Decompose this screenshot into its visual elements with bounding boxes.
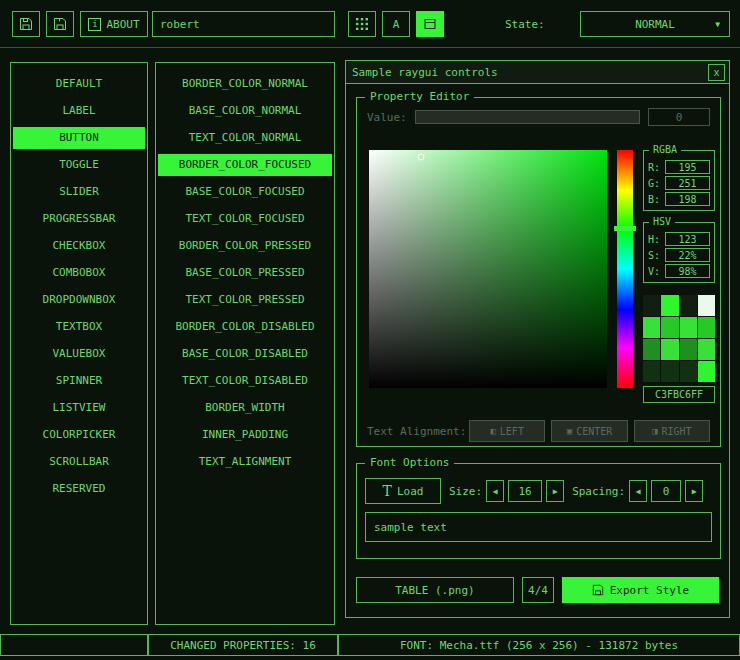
color-swatch-grid — [643, 295, 715, 382]
toolbar: i ABOUT A State: NORMAL ▼ — [0, 0, 740, 48]
size-value-box[interactable]: 16 — [508, 480, 542, 502]
spacing-value-box[interactable]: 0 — [651, 480, 681, 502]
size-decrement-button[interactable]: ◀ — [486, 480, 504, 502]
size-increment-button[interactable]: ▶ — [546, 480, 564, 502]
save-file-button[interactable] — [46, 11, 74, 37]
state-dropdown[interactable]: NORMAL ▼ — [580, 11, 730, 37]
value-box[interactable]: 0 — [648, 108, 710, 126]
style-name-input[interactable] — [152, 11, 335, 37]
controls-list-item[interactable]: TOGGLE — [13, 154, 145, 176]
properties-list-item[interactable]: BASE_COLOR_DISABLED — [158, 343, 332, 365]
value-slider[interactable] — [415, 110, 640, 124]
controls-list-item[interactable]: PROGRESSBAR — [13, 208, 145, 230]
controls-list-item[interactable]: COMBOBOX — [13, 262, 145, 284]
controls-list-item[interactable]: CHECKBOX — [13, 235, 145, 257]
controls-list-item[interactable]: VALUEBOX — [13, 343, 145, 365]
properties-list-item[interactable]: TEXT_COLOR_PRESSED — [158, 289, 332, 311]
properties-list-item[interactable]: BORDER_COLOR_NORMAL — [158, 73, 332, 95]
r-value-box[interactable]: 195 — [665, 160, 710, 174]
align-left-button[interactable]: ◧ LEFT — [469, 420, 545, 442]
properties-list-item[interactable]: BORDER_COLOR_FOCUSED — [158, 154, 332, 176]
controls-list-item[interactable]: BUTTON — [13, 127, 145, 149]
properties-list-item[interactable]: INNER_PADDING — [158, 424, 332, 446]
color-swatch[interactable] — [661, 295, 678, 316]
controls-list-item[interactable]: DEFAULT — [13, 73, 145, 95]
properties-list-item[interactable]: BASE_COLOR_NORMAL — [158, 100, 332, 122]
color-saturation-value-picker[interactable] — [369, 150, 607, 388]
statusbar-left — [0, 634, 148, 656]
hue-slider-handle[interactable] — [614, 226, 636, 231]
controls-list-item[interactable]: RESERVED — [13, 478, 145, 500]
properties-list-item[interactable]: BORDER_COLOR_DISABLED — [158, 316, 332, 338]
properties-list-item[interactable]: TEXT_COLOR_DISABLED — [158, 370, 332, 392]
hsv-group: HSV H:123 S:22% V:98% — [643, 222, 715, 283]
properties-list-item[interactable]: BORDER_WIDTH — [158, 397, 332, 419]
property-editor-title: Property Editor — [365, 90, 474, 103]
color-swatch[interactable] — [698, 295, 715, 316]
export-format-button[interactable]: TABLE (.png) — [356, 577, 514, 603]
spacing-increment-button[interactable]: ▶ — [685, 480, 703, 502]
controls-list-item[interactable]: SCROLLBAR — [13, 451, 145, 473]
style-grid-button[interactable] — [348, 11, 376, 37]
hex-color-box[interactable]: C3FBC6FF — [643, 386, 715, 403]
hue-slider[interactable] — [617, 150, 633, 388]
color-picker-cursor[interactable] — [418, 154, 425, 161]
align-right-button[interactable]: ◨ RIGHT — [634, 420, 710, 442]
export-row: TABLE (.png) 4/4 Export Style — [356, 577, 719, 603]
export-page-indicator[interactable]: 4/4 — [522, 577, 554, 603]
controls-list-item[interactable]: COLORPICKER — [13, 424, 145, 446]
align-center-icon: ▣ — [567, 426, 572, 436]
statusbar-changed-properties: CHANGED PROPERTIES: 16 — [148, 634, 338, 656]
color-swatch[interactable] — [698, 339, 715, 360]
spacing-decrement-button[interactable]: ◀ — [629, 480, 647, 502]
controls-list-item[interactable]: LISTVIEW — [13, 397, 145, 419]
align-center-button[interactable]: ▣ CENTER — [551, 420, 627, 442]
color-swatch[interactable] — [661, 339, 678, 360]
style-table-view-button[interactable] — [416, 11, 444, 37]
color-swatch[interactable] — [698, 317, 715, 338]
sample-window-titlebar[interactable]: Sample raygui controls x — [346, 61, 729, 84]
properties-list: BORDER_COLOR_NORMALBASE_COLOR_NORMALTEXT… — [155, 62, 335, 625]
color-swatch[interactable] — [698, 361, 715, 382]
color-swatch[interactable] — [643, 317, 660, 338]
color-swatch[interactable] — [680, 295, 697, 316]
about-button[interactable]: i ABOUT — [80, 11, 148, 37]
properties-list-item[interactable]: TEXT_ALIGNMENT — [158, 451, 332, 473]
font-atlas-button[interactable]: A — [382, 11, 410, 37]
properties-list-item[interactable]: TEXT_COLOR_FOCUSED — [158, 208, 332, 230]
color-swatch[interactable] — [680, 339, 697, 360]
sample-text-input[interactable]: sample text — [365, 512, 712, 542]
v-value-box[interactable]: 98% — [665, 264, 710, 278]
text-alignment-label: Text Alignment: — [367, 425, 463, 438]
color-swatch[interactable] — [661, 317, 678, 338]
s-value-box[interactable]: 22% — [665, 248, 710, 262]
controls-list-item[interactable]: TEXTBOX — [13, 316, 145, 338]
properties-list-item[interactable]: BASE_COLOR_PRESSED — [158, 262, 332, 284]
g-value-box[interactable]: 251 — [665, 176, 710, 190]
properties-list-item[interactable]: BORDER_COLOR_PRESSED — [158, 235, 332, 257]
floppy-save-icon — [53, 17, 67, 31]
properties-list-item[interactable]: TEXT_COLOR_NORMAL — [158, 127, 332, 149]
h-value-box[interactable]: 123 — [665, 232, 710, 246]
load-font-label: Load — [397, 485, 424, 498]
export-style-button[interactable]: Export Style — [562, 577, 719, 603]
state-dropdown-value: NORMAL — [635, 18, 675, 31]
controls-list-item[interactable]: SPINNER — [13, 370, 145, 392]
align-right-icon: ◨ — [652, 426, 657, 436]
controls-list-item[interactable]: LABEL — [13, 100, 145, 122]
color-swatch[interactable] — [661, 361, 678, 382]
b-value-box[interactable]: 198 — [665, 192, 710, 206]
color-swatch[interactable] — [680, 317, 697, 338]
open-file-button[interactable] — [12, 11, 40, 37]
color-swatch[interactable] — [643, 295, 660, 316]
table-view-icon — [424, 18, 436, 30]
controls-list-item[interactable]: SLIDER — [13, 181, 145, 203]
color-swatch[interactable] — [680, 361, 697, 382]
load-font-button[interactable]: T Load — [365, 478, 441, 504]
controls-list-item[interactable]: DROPDOWNBOX — [13, 289, 145, 311]
properties-list-item[interactable]: BASE_COLOR_FOCUSED — [158, 181, 332, 203]
color-swatch[interactable] — [643, 339, 660, 360]
close-button[interactable]: x — [708, 64, 725, 81]
info-icon: i — [88, 18, 101, 31]
color-swatch[interactable] — [643, 361, 660, 382]
